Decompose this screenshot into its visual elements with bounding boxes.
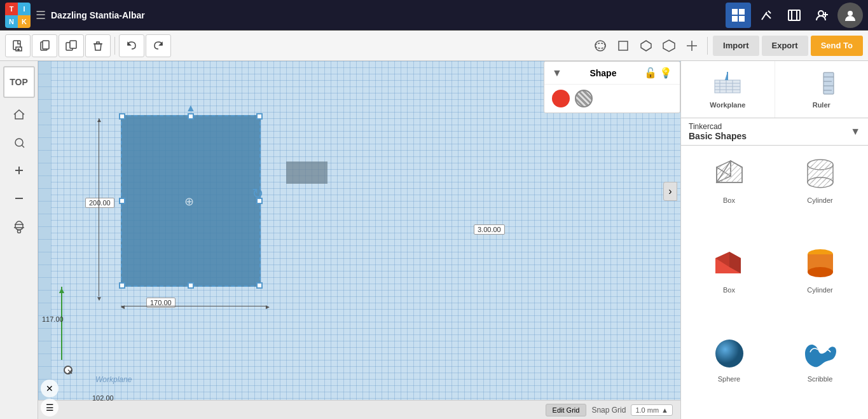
lock-icon[interactable]: 🔓 [644,67,657,79]
dimension-height-label: 200.00 [85,198,114,208]
workplane-tool-label: Workplane [710,101,745,109]
toolbar-separator-1 [114,37,115,55]
library-button[interactable] [782,3,807,28]
new-button[interactable] [5,34,31,57]
shape-item-cylinder-orange[interactable]: Cylinder [777,240,863,325]
move-icon: ⊕ [184,195,194,209]
shape-toolbar-icon-1[interactable] [590,36,610,56]
rotation-handle[interactable]: ↻ [252,186,263,202]
shape-name-cylinder-orange: Cylinder [807,286,832,294]
handle-bottom-left[interactable] [119,282,125,289]
shape-name-sphere: Sphere [718,375,740,383]
shape-panel-header: ▼ Shape 🔓 💡 [544,62,680,85]
shape-panel-toggle[interactable]: ▼ [552,67,562,79]
export-button[interactable]: Export [762,36,808,56]
logo-n: N [5,15,18,28]
snap-grid-value: 1.0 mm [635,406,659,414]
svg-point-14 [595,43,605,48]
tinkercad-logo[interactable]: T I N K [5,3,31,28]
unselected-shape[interactable] [286,161,327,184]
handle-middle-left[interactable] [119,198,125,204]
avatar-button[interactable] [837,3,863,28]
category-title: Basic Shapes [689,131,747,141]
svg-rect-0 [732,9,738,15]
bulb-icon[interactable]: 💡 [659,67,672,79]
sendto-button[interactable]: Send To [811,36,863,56]
shape-toolbar-icon-2[interactable] [613,36,633,56]
shape-item-scribble[interactable]: Scribble [777,329,863,414]
handle-top-right[interactable] [256,113,263,120]
handle-bottom-right[interactable] [256,282,263,289]
shape-colors [544,85,680,113]
dimension-line-width [121,306,267,306]
undo-button[interactable] [119,34,144,57]
grid-button[interactable] [8,215,31,238]
shape-item-box-red[interactable]: Box [686,240,772,325]
handle-bottom-center[interactable] [188,282,194,289]
add-user-button[interactable] [809,3,835,28]
shapes-grid: Box Cylinder [681,146,868,419]
edit-grid-button[interactable]: Edit Grid [546,404,587,416]
svg-point-58 [715,340,743,367]
zoom-out-button[interactable] [8,187,31,210]
svg-rect-2 [732,16,738,22]
svg-point-6 [848,11,853,16]
top-view-label: TOP [10,77,28,87]
ruler-tool[interactable]: Ruler [775,61,869,118]
shape-panel-title: Shape [589,68,616,78]
svg-marker-16 [641,41,651,51]
y-coord-label: 117.00 [42,315,64,323]
zoom-in-button[interactable] [8,159,31,182]
selected-shape[interactable]: ▲ ⊕ [121,115,261,287]
shape-item-box-gray[interactable]: Box [686,151,772,235]
top-view-box: TOP [3,66,35,98]
tools-button[interactable] [754,3,779,28]
close-icon[interactable]: ✕ [41,380,59,397]
menu-icon[interactable]: ☰ [41,399,59,416]
dimension-depth-label: 3.00.00 [474,224,505,235]
category-dropdown-arrow[interactable]: ▼ [850,126,860,137]
grid-view-button[interactable] [726,3,751,28]
project-name[interactable]: Dazzling Stantia-Albar [51,10,145,20]
color-red-option[interactable] [552,90,570,107]
shape-toolbar-icon-4[interactable] [659,36,679,56]
ruler-icon [808,71,836,99]
svg-rect-15 [619,41,628,50]
dimension-line-height [99,118,99,296]
category-prefix: Tinkercad [689,122,747,131]
home-view-button[interactable] [8,103,31,126]
shape-toolbar-icon-5[interactable] [682,36,702,56]
shape-toolbar-icon-3[interactable] [636,36,656,56]
color-hole-option[interactable] [575,90,593,107]
sphere-blue-icon [709,334,750,373]
delete-button[interactable] [85,34,111,57]
fit-view-button[interactable] [8,131,31,154]
cylinder-orange-icon [800,245,841,284]
snap-grid-bar: Edit Grid Snap Grid 1.0 mm ▲ [38,400,680,419]
workplane-cross: ✕ [67,367,73,376]
svg-point-5 [818,11,823,16]
duplicate-button[interactable] [59,34,84,57]
svg-rect-37 [823,72,834,94]
copy-button[interactable] [32,34,57,57]
svg-point-51 [808,177,833,188]
workplane-tool[interactable]: Workplane [681,61,775,118]
shape-name-box-gray: Box [723,196,735,204]
scribble-icon [800,334,841,373]
toolbar-right: Import Export Send To [590,36,863,56]
hamburger-icon[interactable]: ☰ [36,8,46,22]
svg-point-57 [808,267,833,277]
collapse-right-panel[interactable]: › [663,182,677,201]
logo-t: T [5,3,18,15]
handle-top-center[interactable] [188,113,194,120]
handle-top-left[interactable] [119,113,125,120]
shape-item-cylinder-gray[interactable]: Cylinder [777,151,863,235]
redo-button[interactable] [146,34,171,57]
svg-rect-10 [43,41,49,49]
import-button[interactable]: Import [713,36,759,56]
snap-grid-select[interactable]: 1.0 mm ▲ [631,404,673,416]
shape-item-sphere-blue[interactable]: Sphere [686,329,772,414]
svg-line-21 [22,146,24,148]
canvas-area[interactable]: Workplane ✕ ▲ 117.00 102.00 [38,61,680,419]
category-info: Tinkercad Basic Shapes [689,122,747,141]
